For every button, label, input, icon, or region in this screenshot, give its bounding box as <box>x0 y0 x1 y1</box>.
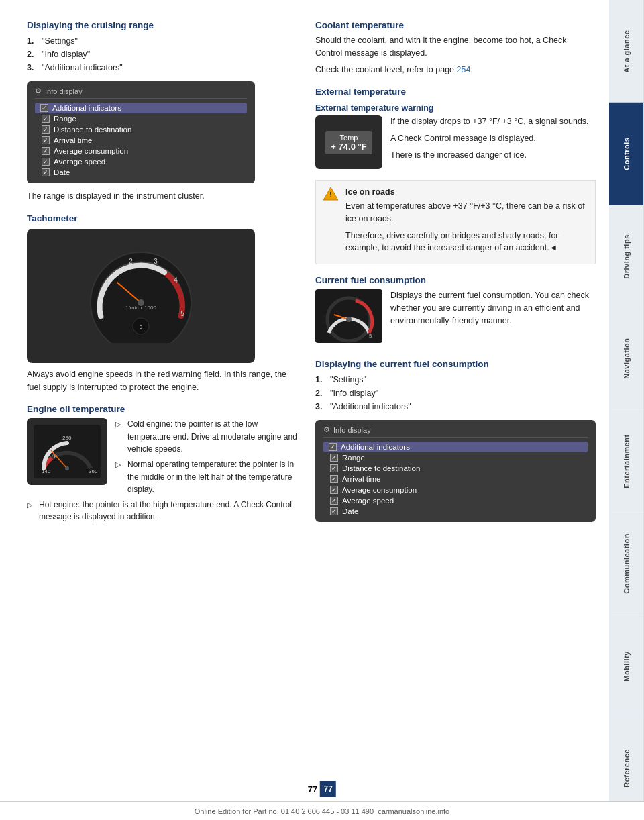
checkbox-icon <box>330 475 338 483</box>
sidebar: At a glance Controls Driving tips Naviga… <box>609 0 644 820</box>
step-text: "Settings" <box>42 34 78 48</box>
step-text: "Additional indicators" <box>330 400 411 413</box>
bottom-bar: Online Edition for Part no. 01 40 2 606 … <box>0 801 644 820</box>
step-num: 1. <box>27 34 38 48</box>
step-item: 1. "Settings" <box>315 373 596 387</box>
checkbox-icon <box>330 507 338 515</box>
step-text: "Additional indicators" <box>42 61 123 74</box>
steps-list-1: 1. "Settings" 2. "Info display" 3. "Addi… <box>27 34 302 74</box>
step-text: "Settings" <box>330 373 366 387</box>
oil-bullet-text: Cold engine: the pointer is at the low t… <box>127 418 302 456</box>
page-number-area: 77 77 <box>308 781 336 797</box>
tacho-note: Always avoid engine speeds in the red wa… <box>27 368 302 394</box>
oil-hot-text: Hot engine: the pointer is at the high t… <box>39 499 302 523</box>
step-num: 2. <box>315 387 326 400</box>
temp-label: Temp <box>331 134 366 142</box>
arrow-icon: ▷ <box>27 499 35 523</box>
info-display-screenshot-2: ⚙ Info display Additional indicators Ran… <box>315 420 596 522</box>
svg-text:5: 5 <box>369 333 372 339</box>
right-section4-heading: Displaying the current fuel consumption <box>315 359 596 369</box>
info-display-item-5: Average speed <box>35 156 247 167</box>
checkbox-icon <box>329 443 337 451</box>
right-section1-heading: Coolant temperature <box>315 20 596 30</box>
step-item: 2. "Info display" <box>315 387 596 400</box>
info-display2-item-5: Average speed <box>323 495 588 506</box>
checkbox-icon <box>42 125 50 134</box>
oil-bullet-item: ▷ Cold engine: the pointer is at the low… <box>115 418 302 456</box>
info-display2-item-3: Arrival time <box>323 474 588 484</box>
checkbox-icon <box>42 158 50 166</box>
svg-text:360: 360 <box>89 468 98 474</box>
step-item: 3. "Additional indicators" <box>315 400 596 413</box>
settings-icon-2: ⚙ <box>323 425 330 434</box>
coolant-text-2: Check the coolant level, refer to page 2… <box>315 64 596 76</box>
warning-text-2: Therefore, drive carefully on bridges an… <box>345 229 588 255</box>
engine-oil-section: 140 360 250 °F ▷ Cold engine: the pointe… <box>27 418 302 499</box>
svg-text:0: 0 <box>100 313 104 321</box>
info-display2-item-2: Distance to destination <box>323 463 588 474</box>
tachometer-svg: 0 1 2 3 4 5 1/min x 1000 0 <box>87 249 195 343</box>
info-display-item-3: Arrival time <box>35 135 247 146</box>
range-note: The range is displayed in the instrument… <box>27 190 302 203</box>
oil-hot-item: ▷ Hot engine: the pointer is at the high… <box>27 499 302 523</box>
step-item: 3. "Additional indicators" <box>27 61 302 74</box>
sidebar-tab-entertainment[interactable]: Entertainment <box>609 410 644 513</box>
warning-title: Ice on roads <box>345 186 588 199</box>
warning-text-1: Even at temperatures above +37 °F/+3 °C,… <box>345 200 588 225</box>
oil-hot-list: ▷ Hot engine: the pointer is at the high… <box>27 499 302 523</box>
checkbox-icon <box>42 115 50 123</box>
checkbox-icon <box>42 168 50 176</box>
left-section2-heading: Tachometer <box>27 213 302 223</box>
info-display-title-2: ⚙ Info display <box>323 425 588 438</box>
left-section1-heading: Displaying the cruising range <box>27 20 302 30</box>
checkbox-icon <box>40 104 48 112</box>
info-display-item-0: Additional indicators <box>35 103 247 113</box>
step-num: 1. <box>315 373 326 387</box>
svg-text:!: ! <box>329 191 331 199</box>
svg-text:140: 140 <box>42 468 51 474</box>
svg-point-18 <box>65 466 69 470</box>
coolant-text-1: Should the coolant, and with it the engi… <box>315 34 596 60</box>
sidebar-tab-at-a-glance[interactable]: At a glance <box>609 0 644 103</box>
sidebar-tab-navigation[interactable]: Navigation <box>609 307 644 410</box>
svg-text:0: 0 <box>140 325 142 329</box>
checkbox-icon <box>330 464 338 472</box>
fuel-cons-image: 5 <box>315 289 382 343</box>
ext-temp-section: Temp + 74.0 °F If the display drops to +… <box>315 115 596 174</box>
step-num: 2. <box>27 48 38 61</box>
sidebar-tab-driving-tips[interactable]: Driving tips <box>609 205 644 308</box>
info-display-item-6: Date <box>35 167 247 178</box>
step-text: "Info display" <box>42 48 90 61</box>
svg-point-24 <box>346 317 352 322</box>
settings-icon: ⚙ <box>35 87 42 95</box>
sidebar-tab-controls[interactable]: Controls <box>609 103 644 205</box>
step-item: 1. "Settings" <box>27 34 302 48</box>
brand-text: carmanualsonline.info <box>378 807 449 815</box>
info-display2-item-1: Range <box>323 452 588 463</box>
arrow-icon: ▷ <box>115 459 123 496</box>
warning-text-group: Ice on roads Even at temperatures above … <box>345 186 588 258</box>
oil-bullet-item: ▷ Normal operating temperature: the poin… <box>115 458 302 496</box>
warning-box: ! Ice on roads Even at temperatures abov… <box>315 180 596 264</box>
info-display-item-1: Range <box>35 113 247 124</box>
info-display2-item-4: Average consumption <box>323 484 588 495</box>
info-display-title-1: ⚙ Info display <box>35 87 247 99</box>
fuel-cons-section: 5 Displays the current fuel consumption.… <box>315 289 596 348</box>
right-section2-heading: External temperature <box>315 87 596 97</box>
info-display-screenshot-1: ⚙ Info display Additional indicators Ran… <box>27 81 255 183</box>
steps-list-2: 1. "Settings" 2. "Info display" 3. "Addi… <box>315 373 596 413</box>
sidebar-tab-mobility[interactable]: Mobility <box>609 615 644 718</box>
svg-text:1: 1 <box>105 280 109 287</box>
step-item: 2. "Info display" <box>27 48 302 61</box>
page-number-block: 77 <box>320 781 336 797</box>
temp-value: + 74.0 °F <box>331 142 366 152</box>
info-display-item-4: Average consumption <box>35 146 247 156</box>
sidebar-tab-communication[interactable]: Communication <box>609 513 644 615</box>
coolant-page-link[interactable]: 254 <box>457 65 471 74</box>
footer-text: Online Edition for Part no. 01 40 2 606 … <box>195 807 374 815</box>
tachometer-image: 0 1 2 3 4 5 1/min x 1000 0 <box>27 229 255 363</box>
svg-text:250: 250 <box>62 435 72 441</box>
checkbox-icon <box>42 147 50 155</box>
svg-text:4: 4 <box>174 276 178 284</box>
svg-text:2: 2 <box>129 258 133 265</box>
